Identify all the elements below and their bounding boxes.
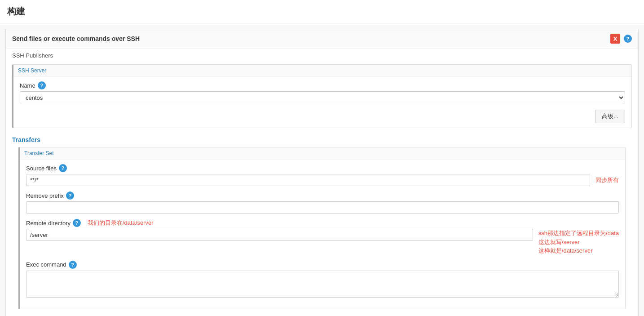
remove-prefix-label: Remove prefix — [26, 192, 64, 199]
transfers-section: Transfers Transfer Set Source files ? 同步… — [6, 132, 638, 316]
exec-command-form-row: Exec command ? — [26, 261, 619, 299]
source-files-input[interactable] — [26, 174, 590, 186]
card-header-title: Send files or execute commands over SSH — [12, 35, 140, 42]
transfers-label: Transfers — [12, 134, 632, 143]
source-files-label-row: Source files ? — [26, 164, 619, 172]
ssh-server-block-body: Name ? centos 高级... — [13, 77, 631, 128]
card-header: Send files or execute commands over SSH … — [6, 29, 638, 49]
error-block: ⚫ Either Source files, Exec command or b… — [12, 313, 632, 316]
ssh-server-block-header: SSH Server — [13, 65, 631, 77]
exec-command-input[interactable] — [26, 271, 619, 298]
remote-directory-help-icon[interactable]: ? — [73, 219, 81, 227]
exec-command-label-row: Exec command ? — [26, 261, 619, 269]
remote-directory-annotations: ssh那边指定了远程目录为/data 这边就写/server 这样就是/data… — [538, 229, 619, 255]
remote-dir-annotation-3: 这边就写/server — [538, 238, 619, 247]
remove-prefix-help-icon[interactable]: ? — [66, 191, 74, 200]
remove-prefix-label-row: Remove prefix ? — [26, 191, 619, 200]
remove-prefix-input[interactable] — [26, 201, 619, 214]
transfer-set-body: Source files ? 同步所有 Remove prefix ? — [20, 160, 625, 309]
page-title: 构建 — [0, 0, 644, 23]
ssh-server-block: SSH Server Name ? centos 高级... — [12, 64, 632, 128]
ssh-publishers-label: SSH Publishers — [6, 49, 638, 61]
remove-prefix-form-row: Remove prefix ? — [26, 191, 619, 214]
name-help-icon[interactable]: ? — [38, 81, 46, 89]
remote-directory-annotation-line1: 我们的目录在/data/server — [88, 219, 154, 227]
transfer-set-header: Transfer Set — [20, 147, 625, 160]
remote-directory-form-row: Remote directory ? 我们的目录在/data/server ss… — [26, 219, 619, 255]
remote-directory-label-row: Remote directory ? 我们的目录在/data/server — [26, 219, 619, 227]
remote-dir-annotation-4: 这样就是/data/server — [538, 246, 619, 255]
transfer-set-block: Transfer Set Source files ? 同步所有 — [18, 147, 626, 309]
card-header-actions: X ? — [610, 34, 632, 44]
source-files-form-row: Source files ? 同步所有 — [26, 164, 619, 186]
exec-command-help-icon[interactable]: ? — [69, 261, 77, 269]
source-files-help-icon[interactable]: ? — [59, 164, 67, 172]
source-files-label: Source files — [26, 165, 57, 172]
remote-directory-input[interactable] — [26, 229, 533, 241]
main-card: Send files or execute commands over SSH … — [5, 29, 639, 316]
source-files-annotation: 同步所有 — [595, 176, 619, 184]
exec-command-label: Exec command — [26, 261, 66, 268]
advanced-button[interactable]: 高级... — [595, 110, 625, 123]
name-label-row: Name ? — [20, 81, 625, 89]
header-help-icon[interactable]: ? — [624, 35, 632, 43]
remote-directory-label: Remote directory — [26, 220, 71, 227]
remote-dir-annotation-2: ssh那边指定了远程目录为/data — [538, 229, 619, 238]
close-button[interactable]: X — [610, 34, 620, 44]
name-form-row: Name ? centos — [20, 81, 625, 104]
server-select[interactable]: centos — [20, 91, 625, 104]
name-label: Name — [20, 82, 35, 89]
